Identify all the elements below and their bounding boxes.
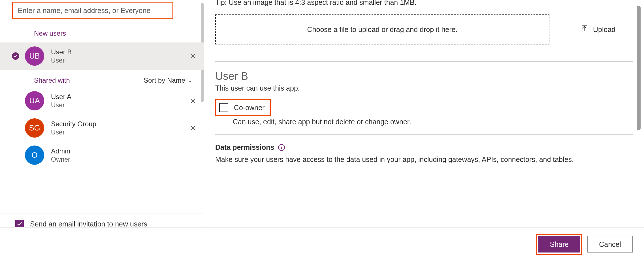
avatar: O — [25, 146, 44, 165]
share-button-highlight: Share — [536, 234, 582, 255]
avatar: SG — [25, 118, 44, 138]
user-role: User — [51, 129, 96, 136]
info-icon[interactable]: i — [278, 144, 285, 151]
upload-icon — [581, 25, 588, 34]
shared-with-header: Shared with — [34, 76, 70, 84]
send-email-checkbox[interactable] — [15, 220, 24, 228]
search-input-wrapper[interactable] — [12, 2, 173, 19]
shared-user-row[interactable]: SGSecurity GroupUser× — [0, 114, 204, 142]
selected-user-name: User B — [215, 70, 633, 82]
user-name: Security Group — [51, 120, 96, 128]
sort-button[interactable]: Sort by Name ⌄ — [144, 76, 192, 84]
right-panel: Tip: Use an image that is 4:3 aspect rat… — [204, 0, 644, 233]
divider — [215, 61, 633, 62]
footer: Share Cancel — [0, 227, 644, 261]
avatar: UB — [25, 46, 44, 66]
user-name: User A — [51, 93, 71, 101]
chevron-down-icon: ⌄ — [188, 77, 192, 84]
upload-label: Upload — [593, 25, 615, 34]
left-panel: New users UB User B User × Shared with S… — [0, 0, 204, 233]
divider — [215, 134, 633, 135]
data-permissions-header: Data permissions — [215, 143, 274, 151]
user-name: Admin — [51, 147, 70, 155]
shared-user-row[interactable]: OAdminOwner — [0, 142, 204, 169]
user-name: User B — [51, 48, 72, 56]
data-permissions-text: Make sure your users have access to the … — [215, 155, 633, 164]
selected-check-icon — [12, 52, 19, 60]
user-role: User — [51, 57, 72, 64]
send-email-label: Send an email invitation to new users — [30, 220, 147, 228]
tip-text: Tip: Use an image that is 4:3 aspect rat… — [215, 0, 633, 7]
upload-dropzone[interactable]: Choose a file to upload or drag and drop… — [215, 14, 549, 44]
coowner-checkbox[interactable] — [219, 103, 228, 112]
search-input[interactable] — [18, 7, 167, 15]
sort-label: Sort by Name — [144, 76, 185, 84]
shared-user-row[interactable]: UAUser AUser× — [0, 87, 204, 114]
new-user-row[interactable]: UB User B User × — [0, 42, 204, 70]
new-users-header: New users — [0, 19, 204, 42]
remove-user-icon[interactable]: × — [190, 123, 196, 133]
avatar: UA — [25, 91, 44, 110]
cancel-button[interactable]: Cancel — [587, 236, 633, 253]
coowner-label: Co-owner — [234, 104, 265, 112]
user-role: Owner — [51, 156, 70, 163]
user-role: User — [51, 101, 71, 109]
upload-button[interactable]: Upload — [581, 25, 615, 34]
remove-user-icon[interactable]: × — [190, 51, 196, 61]
share-button[interactable]: Share — [538, 236, 580, 253]
coowner-block[interactable]: Co-owner — [215, 99, 271, 116]
coowner-description: Can use, edit, share app but not delete … — [233, 118, 633, 126]
remove-user-icon[interactable]: × — [190, 96, 196, 106]
right-scrollbar[interactable] — [637, 6, 641, 130]
selected-user-description: This user can use this app. — [215, 84, 633, 92]
